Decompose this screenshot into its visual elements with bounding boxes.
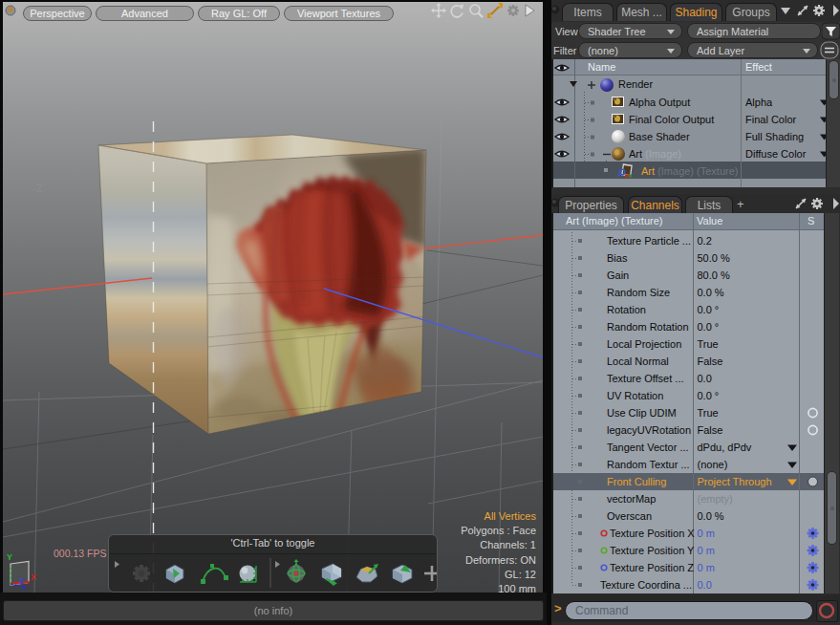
svg-text:Z: Z xyxy=(19,576,25,586)
svg-text:-Z: -Z xyxy=(32,183,43,194)
svg-text:X: X xyxy=(31,572,36,582)
svg-text:Y: Y xyxy=(7,552,12,562)
